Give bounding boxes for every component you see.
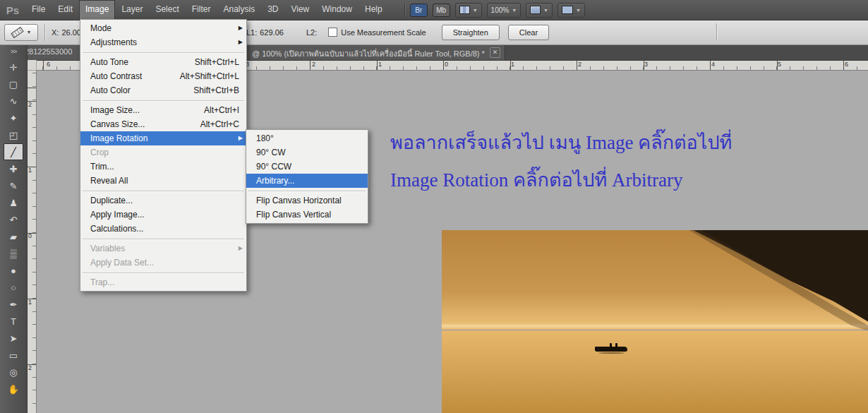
rotation-submenu-item-180[interactable]: 180°: [246, 131, 368, 145]
ruler-tool-icon: [11, 26, 24, 37]
image-menu-item-auto-contrast[interactable]: Auto ContrastAlt+Shift+Ctrl+L: [80, 69, 246, 83]
chevron-down-icon: ▼: [576, 8, 581, 13]
menu-item-label: Duplicate...: [90, 196, 239, 205]
ruler-tick-label: 0: [445, 61, 448, 68]
image-menu-item-duplicate[interactable]: Duplicate...: [80, 193, 246, 208]
image-menu-item-auto-tone[interactable]: Auto ToneShift+Ctrl+L: [80, 55, 246, 69]
clone-stamp-tool[interactable]: ♟: [4, 194, 23, 211]
spot-healing-brush-tool[interactable]: ✚: [4, 160, 23, 177]
image-menu-item-calculations[interactable]: Calculations...: [80, 222, 246, 236]
menu-separator: [83, 100, 244, 101]
ruler-tick-label: 3: [644, 61, 648, 68]
l2-label: L2:: [306, 28, 317, 37]
menubar-item-window[interactable]: Window: [315, 0, 358, 20]
dodge-tool[interactable]: ○: [4, 279, 23, 296]
menu-item-label: 180°: [256, 133, 361, 143]
view-extras-button[interactable]: ▼: [455, 3, 482, 18]
ruler-tick-label: 2: [578, 61, 581, 68]
clear-button[interactable]: Clear: [508, 25, 549, 40]
hand-tool[interactable]: ✋: [4, 381, 23, 397]
image-menu-item-canvas-size[interactable]: Canvas Size...Alt+Ctrl+C: [80, 117, 246, 131]
menubar-item-image[interactable]: Image: [79, 0, 115, 20]
menubar-item-analysis[interactable]: Analysis: [217, 0, 261, 20]
submenu-arrow-icon: ▶: [239, 135, 243, 141]
menu-item-label: Image Rotation: [90, 133, 239, 143]
rectangular-marquee-tool[interactable]: ▢: [4, 76, 23, 92]
rotation-submenu-item-flip-canvas-vertical[interactable]: Flip Canvas Vertical: [246, 208, 368, 222]
quick-selection-tool[interactable]: ✦: [4, 109, 23, 126]
menu-item-shortcut: Alt+Ctrl+C: [200, 119, 239, 129]
straighten-button[interactable]: Straighten: [442, 25, 500, 40]
menubar: Ps FileEditImageLayerSelectFilterAnalysi…: [0, 0, 868, 20]
launch-bridge-button[interactable]: Br: [410, 4, 428, 17]
image-menu-item-auto-color[interactable]: Auto ColorShift+Ctrl+B: [80, 83, 246, 97]
ruler-tick-label: 6: [47, 61, 50, 68]
options-divider: [716, 23, 717, 40]
image-menu-item-variables: Variables▶: [80, 241, 246, 256]
tool-preset-picker[interactable]: ▼: [4, 24, 38, 41]
rotation-submenu-item-flip-canvas-horizontal[interactable]: Flip Canvas Horizontal: [246, 193, 368, 208]
image-menu-item-trim[interactable]: Trim...: [80, 160, 246, 174]
pen-tool[interactable]: ✒: [4, 296, 23, 313]
photoshop-logo: Ps: [0, 4, 25, 16]
rotation-submenu-item-90-ccw[interactable]: 90° CCW: [246, 160, 368, 174]
canvas-photo[interactable]: [442, 230, 868, 413]
ruler-tick-label: 2: [28, 364, 32, 371]
ruler-origin-corner[interactable]: [27, 60, 37, 71]
history-brush-tool[interactable]: ↶: [4, 211, 23, 228]
screen-mode-button[interactable]: ▼: [557, 3, 585, 18]
move-tool[interactable]: ✛: [4, 59, 23, 76]
menubar-item-filter[interactable]: Filter: [186, 0, 217, 20]
annotation-line-1: พอลากเสร็จแล้วไป เมนู Image คลิ๊กต่อไปที…: [390, 124, 842, 162]
menu-item-label: Trap...: [90, 277, 239, 287]
zoom-tool[interactable]: ◎: [4, 364, 23, 381]
menubar-item-layer[interactable]: Layer: [115, 0, 149, 20]
ruler-tick-label: 2: [312, 61, 315, 68]
menu-item-label: Auto Tone: [90, 57, 185, 67]
blur-tool[interactable]: ●: [4, 262, 23, 279]
path-selection-tool[interactable]: ➤: [4, 330, 23, 347]
boat-hull: [595, 347, 627, 352]
image-menu-item-adjustments[interactable]: Adjustments▶: [80, 35, 246, 49]
image-menu-item-image-rotation[interactable]: Image Rotation▶: [80, 131, 246, 145]
menubar-item-view[interactable]: View: [284, 0, 315, 20]
arrange-documents-icon: [530, 6, 541, 14]
menu-item-label: Apply Image...: [90, 210, 239, 220]
menubar-item-help[interactable]: Help: [358, 0, 389, 20]
gradient-tool[interactable]: ▒: [4, 245, 23, 262]
image-menu-item-apply-image[interactable]: Apply Image...: [80, 208, 246, 222]
image-menu-item-image-size[interactable]: Image Size...Alt+Ctrl+I: [80, 103, 246, 117]
boat-reflection: [598, 352, 625, 354]
rectangle-shape-tool[interactable]: ▭: [4, 347, 23, 364]
menubar-item-3d[interactable]: 3D: [261, 0, 284, 20]
image-menu-item-crop: Crop: [80, 145, 246, 160]
arrange-documents-button[interactable]: ▼: [526, 3, 553, 18]
use-measurement-scale-checkbox[interactable]: [328, 28, 337, 37]
image-menu-item-reveal-all[interactable]: Reveal All: [80, 174, 246, 188]
tutorial-annotation: พอลากเสร็จแล้วไป เมนู Image คลิ๊กต่อไปที…: [390, 124, 842, 198]
zoom-level-value: 100%: [491, 6, 510, 14]
photo-boat: [595, 342, 629, 353]
launch-minibridge-button[interactable]: Mb: [433, 4, 450, 17]
close-tab-icon[interactable]: ✕: [490, 47, 500, 58]
menubar-item-select[interactable]: Select: [149, 0, 185, 20]
menubar-item-edit[interactable]: Edit: [52, 0, 79, 20]
menu-item-label: Apply Data Set...: [90, 258, 239, 268]
crop-tool[interactable]: ◰: [4, 126, 23, 143]
ruler-tick-label: 1: [28, 167, 32, 174]
menu-item-label: Flip Canvas Horizontal: [256, 196, 361, 205]
ruler-tool[interactable]: ╱: [4, 143, 23, 160]
menubar-item-file[interactable]: File: [25, 0, 52, 20]
vertical-ruler[interactable]: 21012: [27, 70, 37, 413]
eraser-tool[interactable]: ▰: [4, 228, 23, 245]
image-menu-item-mode[interactable]: Mode▶: [80, 21, 246, 35]
collapse-tools-button[interactable]: >>: [11, 44, 17, 59]
rotation-submenu-item-arbitrary[interactable]: Arbitrary...: [246, 174, 368, 188]
menubar-right-controls: Br Mb ▼ 100% ▼ ▼ ▼: [404, 3, 585, 18]
image-menu-dropdown: Mode▶Adjustments▶Auto ToneShift+Ctrl+LAu…: [80, 19, 247, 292]
lasso-tool[interactable]: ∿: [4, 92, 23, 109]
brush-tool[interactable]: ✎: [4, 177, 23, 194]
rotation-submenu-item-90-cw[interactable]: 90° CW: [246, 145, 368, 160]
zoom-level-button[interactable]: 100% ▼: [487, 3, 522, 18]
type-tool[interactable]: T: [4, 313, 23, 330]
